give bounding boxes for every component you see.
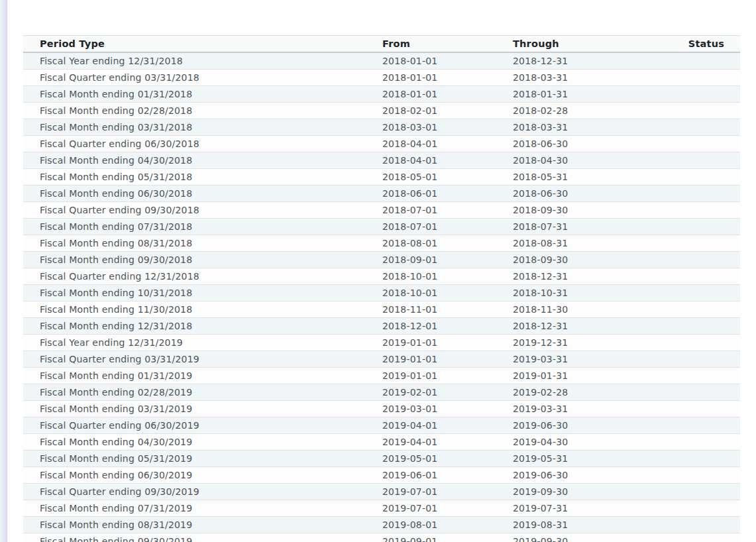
cell-period-type: Fiscal Month ending 02/28/2019 (23, 384, 366, 401)
fiscal-period-row[interactable]: Fiscal Month ending 08/31/2019 2019-08-0… (23, 517, 740, 533)
cell-through-date: 2019-05-31 (496, 451, 663, 467)
fiscal-period-row[interactable]: Fiscal Month ending 05/31/2018 2018-05-0… (23, 169, 740, 186)
fiscal-period-row[interactable]: Fiscal Year ending 12/31/2018 2018-01-01… (23, 52, 740, 70)
cell-through-date: 2019-12-31 (496, 335, 663, 351)
cell-period-type: Fiscal Quarter ending 09/30/2019 (23, 484, 366, 500)
cell-status (663, 268, 740, 285)
cell-period-type: Fiscal Month ending 09/30/2018 (23, 252, 366, 268)
cell-status (663, 235, 740, 252)
cell-through-date: 2019-04-30 (496, 434, 663, 451)
cell-status (663, 285, 740, 301)
cell-from-date: 2019-09-01 (366, 533, 496, 542)
cell-through-date: 2018-05-31 (496, 169, 663, 186)
fiscal-period-row[interactable]: Fiscal Month ending 06/30/2019 2019-06-0… (23, 467, 740, 484)
cell-through-date: 2018-09-30 (496, 202, 663, 219)
cell-period-type: Fiscal Month ending 04/30/2019 (23, 434, 366, 451)
fiscal-period-row[interactable]: Fiscal Month ending 11/30/2018 2018-11-0… (23, 301, 740, 318)
cell-status (663, 219, 740, 235)
cell-from-date: 2019-04-01 (366, 434, 496, 451)
cell-from-date: 2018-01-01 (366, 52, 496, 70)
cell-status (663, 136, 740, 152)
cell-status (663, 517, 740, 533)
cell-period-type: Fiscal Quarter ending 03/31/2018 (23, 70, 366, 86)
cell-from-date: 2018-05-01 (366, 169, 496, 186)
table-body: Fiscal Year ending 12/31/2018 2018-01-01… (23, 52, 740, 542)
cell-status (663, 86, 740, 103)
cell-through-date: 2018-11-30 (496, 301, 663, 318)
fiscal-period-row[interactable]: Fiscal Month ending 10/31/2018 2018-10-0… (23, 285, 740, 301)
fiscal-period-row[interactable]: Fiscal Month ending 09/30/2018 2018-09-0… (23, 252, 740, 268)
fiscal-period-row[interactable]: Fiscal Month ending 05/31/2019 2019-05-0… (23, 451, 740, 467)
cell-through-date: 2018-07-31 (496, 219, 663, 235)
cell-through-date: 2018-04-30 (496, 152, 663, 169)
cell-through-date: 2019-09-30 (496, 533, 663, 542)
cell-status (663, 533, 740, 542)
cell-from-date: 2019-01-01 (366, 351, 496, 368)
cell-through-date: 2019-08-31 (496, 517, 663, 533)
cell-from-date: 2018-12-01 (366, 318, 496, 335)
fiscal-period-row[interactable]: Fiscal Month ending 08/31/2018 2018-08-0… (23, 235, 740, 252)
cell-period-type: Fiscal Month ending 09/30/2019 (23, 533, 366, 542)
fiscal-period-row[interactable]: Fiscal Month ending 02/28/2019 2019-02-0… (23, 384, 740, 401)
cell-period-type: Fiscal Month ending 01/31/2018 (23, 86, 366, 103)
fiscal-period-row[interactable]: Fiscal Month ending 06/30/2018 2018-06-0… (23, 186, 740, 202)
cell-from-date: 2018-09-01 (366, 252, 496, 268)
fiscal-period-row[interactable]: Fiscal Quarter ending 03/31/2019 2019-01… (23, 351, 740, 368)
cell-period-type: Fiscal Quarter ending 06/30/2019 (23, 417, 366, 434)
fiscal-period-row[interactable]: Fiscal Quarter ending 09/30/2018 2018-07… (23, 202, 740, 219)
cell-from-date: 2018-08-01 (366, 235, 496, 252)
cell-period-type: Fiscal Quarter ending 06/30/2018 (23, 136, 366, 152)
cell-period-type: Fiscal Month ending 08/31/2018 (23, 235, 366, 252)
cell-from-date: 2019-03-01 (366, 401, 496, 417)
fiscal-period-row[interactable]: Fiscal Month ending 01/31/2018 2018-01-0… (23, 86, 740, 103)
cell-from-date: 2019-01-01 (366, 335, 496, 351)
fiscal-period-row[interactable]: Fiscal Quarter ending 06/30/2019 2019-04… (23, 417, 740, 434)
fiscal-period-row[interactable]: Fiscal Quarter ending 03/31/2018 2018-01… (23, 70, 740, 86)
cell-through-date: 2018-01-31 (496, 86, 663, 103)
cell-from-date: 2019-08-01 (366, 517, 496, 533)
fiscal-period-row[interactable]: Fiscal Quarter ending 09/30/2019 2019-07… (23, 484, 740, 500)
cell-through-date: 2019-02-28 (496, 384, 663, 401)
fiscal-period-row[interactable]: Fiscal Month ending 07/31/2019 2019-07-0… (23, 500, 740, 517)
cell-status (663, 484, 740, 500)
cell-period-type: Fiscal Month ending 02/28/2018 (23, 103, 366, 119)
cell-from-date: 2018-07-01 (366, 202, 496, 219)
fiscal-period-row[interactable]: Fiscal Month ending 04/30/2018 2018-04-0… (23, 152, 740, 169)
cell-from-date: 2019-01-01 (366, 368, 496, 384)
column-header-from: From (366, 36, 496, 53)
fiscal-period-row[interactable]: Fiscal Quarter ending 12/31/2018 2018-10… (23, 268, 740, 285)
cell-period-type: Fiscal Month ending 07/31/2018 (23, 219, 366, 235)
fiscal-periods-table-container: Period Type From Through Status Fiscal Y… (23, 35, 740, 542)
cell-from-date: 2018-10-01 (366, 285, 496, 301)
cell-from-date: 2018-01-01 (366, 70, 496, 86)
fiscal-period-row[interactable]: Fiscal Month ending 07/31/2018 2018-07-0… (23, 219, 740, 235)
cell-period-type: Fiscal Month ending 11/30/2018 (23, 301, 366, 318)
cell-from-date: 2018-04-01 (366, 152, 496, 169)
fiscal-period-row[interactable]: Fiscal Month ending 03/31/2019 2019-03-0… (23, 401, 740, 417)
cell-through-date: 2019-03-31 (496, 351, 663, 368)
fiscal-period-row[interactable]: Fiscal Month ending 03/31/2018 2018-03-0… (23, 119, 740, 136)
cell-from-date: 2018-04-01 (366, 136, 496, 152)
fiscal-period-row[interactable]: Fiscal Month ending 12/31/2018 2018-12-0… (23, 318, 740, 335)
fiscal-period-row[interactable]: Fiscal Month ending 04/30/2019 2019-04-0… (23, 434, 740, 451)
cell-from-date: 2019-05-01 (366, 451, 496, 467)
cell-through-date: 2018-03-31 (496, 70, 663, 86)
fiscal-period-row[interactable]: Fiscal Quarter ending 06/30/2018 2018-04… (23, 136, 740, 152)
fiscal-period-row[interactable]: Fiscal Month ending 02/28/2018 2018-02-0… (23, 103, 740, 119)
table-header-row: Period Type From Through Status (23, 36, 740, 53)
cell-period-type: Fiscal Month ending 08/31/2019 (23, 517, 366, 533)
cell-period-type: Fiscal Month ending 07/31/2019 (23, 500, 366, 517)
cell-through-date: 2018-12-31 (496, 52, 663, 70)
cell-period-type: Fiscal Year ending 12/31/2019 (23, 335, 366, 351)
cell-status (663, 119, 740, 136)
fiscal-period-row[interactable]: Fiscal Month ending 09/30/2019 2019-09-0… (23, 533, 740, 542)
fiscal-period-row[interactable]: Fiscal Month ending 01/31/2019 2019-01-0… (23, 368, 740, 384)
left-scrollbar-track[interactable] (0, 0, 7, 542)
cell-period-type: Fiscal Month ending 05/31/2018 (23, 169, 366, 186)
cell-from-date: 2019-04-01 (366, 417, 496, 434)
cell-status (663, 318, 740, 335)
cell-period-type: Fiscal Month ending 05/31/2019 (23, 451, 366, 467)
cell-period-type: Fiscal Quarter ending 03/31/2019 (23, 351, 366, 368)
fiscal-period-row[interactable]: Fiscal Year ending 12/31/2019 2019-01-01… (23, 335, 740, 351)
cell-from-date: 2019-07-01 (366, 484, 496, 500)
